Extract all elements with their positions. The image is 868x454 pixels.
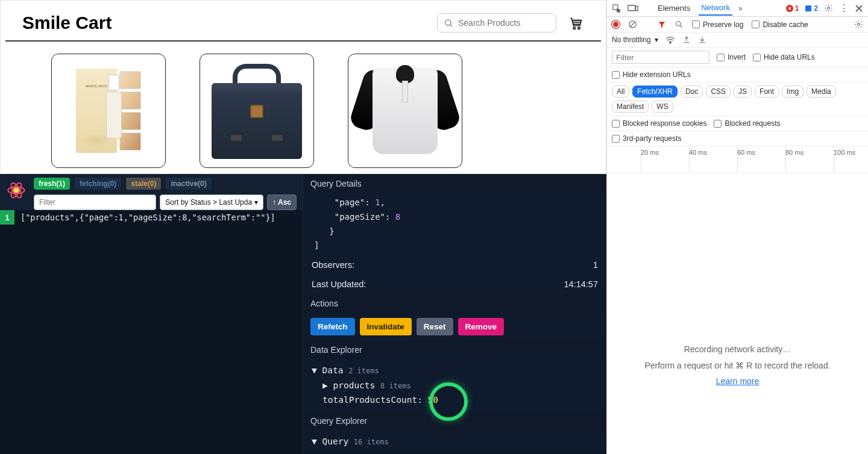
learn-more-link[interactable]: Learn more <box>716 376 760 386</box>
pill-fetching[interactable]: fetching(0) <box>75 178 121 190</box>
product-card[interactable] <box>348 54 462 168</box>
device-toggle-icon[interactable] <box>627 4 638 13</box>
svg-rect-10 <box>636 6 638 11</box>
tab-network[interactable]: Network <box>699 1 732 16</box>
network-toolbar: Preserve log Disable cache <box>607 17 868 33</box>
refetch-button[interactable]: Refetch <box>310 318 355 335</box>
pill-fresh[interactable]: fresh(1) <box>34 178 70 190</box>
filter-img[interactable]: Img <box>782 86 804 98</box>
app-header: Smile Cart <box>5 1 601 42</box>
product-card[interactable]: WHITE RICE <box>51 54 166 168</box>
hint-text: Perform a request or hit ⌘ R to record t… <box>624 358 851 374</box>
pill-inactive[interactable]: inactive(0) <box>166 178 211 190</box>
hide-extension-urls-checkbox[interactable]: Hide extension URLs <box>612 70 691 79</box>
third-party-row: 3rd-party requests <box>607 131 868 146</box>
gear-icon[interactable] <box>824 4 833 13</box>
filter-types-row: All Fetch/XHR Doc CSS JS Font Img Media … <box>607 82 868 116</box>
cart-icon[interactable] <box>567 15 584 31</box>
triangle-down-icon: ▼ <box>312 437 317 446</box>
actions-row: Refetch Invalidate Reset Remove <box>303 313 606 340</box>
query-list-item[interactable]: 1 ["products",{"page":1,"pageSize":8,"se… <box>0 210 303 225</box>
wifi-icon[interactable] <box>665 36 675 44</box>
network-timeline[interactable]: 20 ms 40 ms 60 ms 80 ms 100 ms <box>607 146 868 173</box>
filter-manifest[interactable]: Manifest <box>612 101 649 113</box>
search-icon <box>444 18 453 28</box>
gear-icon[interactable] <box>854 20 863 29</box>
triangle-right-icon: ▶ <box>322 381 328 390</box>
filter-media[interactable]: Media <box>807 86 836 98</box>
query-root-row[interactable]: ▼ Query 16 items <box>312 434 598 449</box>
filter-all[interactable]: All <box>612 86 629 98</box>
observers-value: 1 <box>593 260 598 270</box>
svg-point-16 <box>858 23 860 26</box>
product-card[interactable] <box>200 54 314 168</box>
svg-point-13 <box>828 7 830 10</box>
issues-count[interactable]: 2 <box>805 4 818 13</box>
hide-data-urls-checkbox[interactable]: Hide data URLs <box>753 53 815 61</box>
hide-ext-row: Hide extension URLs <box>607 67 868 82</box>
data-explorer-title: Data Explorer <box>303 340 606 359</box>
filter-fetch[interactable]: Fetch/XHR <box>632 86 678 98</box>
product-image <box>357 63 453 159</box>
throttling-select[interactable]: No throttling ▾ <box>612 36 658 44</box>
product-image <box>212 63 302 159</box>
actions-title: Actions <box>303 294 606 313</box>
close-icon[interactable] <box>855 4 863 13</box>
query-details-json: "page": 1, "pageSize": 8 } ] <box>303 193 606 255</box>
app-title: Smile Cart <box>22 13 437 33</box>
products-grid: WHITE RICE <box>1 42 606 180</box>
inspect-icon[interactable] <box>612 4 621 13</box>
devtools-filter-input[interactable] <box>34 194 156 210</box>
disable-cache-checkbox[interactable]: Disable cache <box>752 20 808 29</box>
app-window: Smile Cart WHITE RICE <box>0 0 606 174</box>
chevron-down-icon: ▾ <box>254 198 258 207</box>
filter-font[interactable]: Font <box>755 86 779 98</box>
react-query-logo-icon <box>6 180 27 201</box>
chrome-devtools: Elements Network » 1 2 ⋮ Preserve log Di… <box>606 0 868 454</box>
sort-order-button[interactable]: ↑ Asc <box>267 194 297 210</box>
invert-checkbox[interactable]: Invert <box>717 53 746 61</box>
pill-stale[interactable]: stale(0) <box>126 178 161 190</box>
kebab-menu-icon[interactable]: ⋮ <box>839 4 849 13</box>
query-key: ["products",{"page":1,"pageSize":8,"sear… <box>14 210 281 225</box>
download-icon[interactable] <box>698 36 706 44</box>
blocked-row: Blocked response cookies Blocked request… <box>607 116 868 131</box>
search-icon[interactable] <box>675 20 684 29</box>
blocked-cookies-checkbox[interactable]: Blocked response cookies <box>612 119 706 128</box>
network-filter-input[interactable] <box>612 51 709 64</box>
query-observers-badge: 1 <box>0 210 14 225</box>
svg-point-15 <box>676 22 681 26</box>
sort-select[interactable]: Sort by Status > Last Upda▾ <box>160 194 263 210</box>
third-party-checkbox[interactable]: 3rd-party requests <box>612 134 681 143</box>
filter-row: Invert Hide data URLs <box>607 48 868 67</box>
tab-elements[interactable]: Elements <box>655 1 693 15</box>
devtools-tabs: Elements Network » 1 2 ⋮ <box>607 0 868 17</box>
search-input[interactable] <box>437 13 556 33</box>
last-updated-label: Last Updated: <box>312 279 366 289</box>
svg-rect-12 <box>805 5 811 11</box>
filter-ws[interactable]: WS <box>652 101 673 113</box>
devtools-left-pane: fresh(1) fetching(0) stale(0) inactive(0… <box>0 174 303 454</box>
filter-doc[interactable]: Doc <box>681 86 703 98</box>
upload-icon[interactable] <box>682 36 691 44</box>
svg-rect-9 <box>628 5 635 10</box>
observers-label: Observers: <box>312 260 354 270</box>
search-wrapper <box>437 13 556 33</box>
more-tabs-icon[interactable]: » <box>738 4 743 13</box>
remove-button[interactable]: Remove <box>458 318 505 335</box>
triangle-down-icon: ▼ <box>312 365 317 375</box>
data-root-row[interactable]: ▼ Data 2 items <box>312 363 598 378</box>
filter-js[interactable]: JS <box>734 86 752 98</box>
recording-text: Recording network activity… <box>624 341 851 358</box>
clear-icon[interactable] <box>628 20 637 29</box>
preserve-log-checkbox[interactable]: Preserve log <box>692 20 743 29</box>
blocked-requests-checkbox[interactable]: Blocked requests <box>714 119 780 128</box>
reset-button[interactable]: Reset <box>417 318 453 335</box>
record-icon[interactable] <box>612 20 620 28</box>
filter-icon[interactable] <box>658 20 666 29</box>
error-count[interactable]: 1 <box>786 4 799 13</box>
filter-css[interactable]: CSS <box>706 86 731 98</box>
svg-point-17 <box>670 42 671 43</box>
cursor-highlight <box>429 382 468 421</box>
invalidate-button[interactable]: Invalidate <box>360 318 412 335</box>
